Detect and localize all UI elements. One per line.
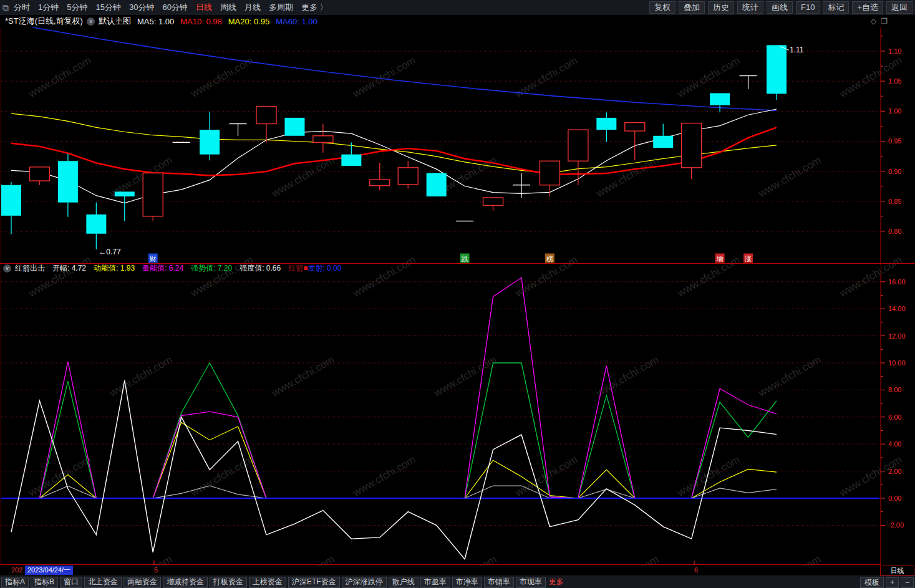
main-candlestick-chart[interactable]: 1.101.051.000.950.900.850.801.11←0.77财跌榜… (0, 27, 915, 264)
bottom-tab-11[interactable]: 散户线 (389, 577, 419, 588)
candle-20[interactable] (540, 161, 559, 196)
bottom-tab-1[interactable]: 指标A (1, 577, 29, 588)
toolbar-item-11[interactable]: 更多 〉 (301, 2, 328, 13)
zoom-in-button[interactable]: + (886, 577, 899, 588)
power-line (11, 363, 777, 498)
bottom-tab-13[interactable]: 市净率 (452, 577, 482, 588)
candle-16[interactable] (427, 173, 447, 196)
toolbar-button-1[interactable]: 复权 (649, 1, 675, 14)
chevron-down-icon[interactable]: ∨ (3, 264, 11, 272)
ma-value-4: MA60: 1.00 (276, 17, 317, 26)
diamond-icon[interactable]: ◇ (871, 17, 876, 26)
candle-10[interactable] (256, 107, 276, 143)
indicator-field-part: 强度值: 0.66 (240, 264, 281, 272)
candle-12[interactable] (313, 124, 333, 153)
toolbar-button-8[interactable]: +自选 (852, 1, 883, 14)
ma-value-1: MA5: 1.00 (137, 17, 174, 26)
bottom-tab-14[interactable]: 市销率 (484, 577, 514, 588)
value-tick-label: 16.00 (888, 278, 906, 286)
candle-15[interactable] (398, 161, 418, 188)
strength-degree-line (11, 486, 777, 498)
candle-11[interactable] (284, 118, 304, 136)
toolbar-button-9[interactable]: 返回 (886, 1, 913, 14)
momentum-line (11, 422, 777, 498)
candle-21[interactable] (568, 130, 588, 185)
candle-4[interactable] (86, 203, 106, 249)
candle-13[interactable] (341, 142, 361, 166)
event-marker-badge: 涨 (745, 255, 752, 263)
candle-3[interactable] (58, 154, 78, 217)
candle-27[interactable] (740, 75, 757, 89)
toolbar-item-3[interactable]: 5分钟 (67, 2, 87, 13)
bottom-tab-10[interactable]: 沪深涨跌停 (342, 577, 387, 588)
toolbar-item-5[interactable]: 30分钟 (129, 2, 154, 13)
ma5-line (11, 109, 777, 203)
indicator-field-part: 发射: 0.00 (307, 264, 341, 272)
sub-indicator-chart[interactable]: 16.0014.0012.0010.008.006.004.002.000.00… (0, 274, 915, 566)
toolbar-item-10[interactable]: 多周期 (269, 2, 293, 13)
bottom-tab-5[interactable]: 两融资金 (123, 577, 161, 588)
toolbar-item-8[interactable]: 周线 (220, 2, 236, 13)
maximize-icon[interactable]: ❐ (881, 17, 888, 26)
toolbar-item-7[interactable]: 日线 (196, 2, 212, 13)
candle-19[interactable] (513, 173, 530, 197)
frame-line-segment (1, 263, 1, 274)
candle-25[interactable] (682, 123, 702, 180)
toolbar-item-4[interactable]: 15分钟 (95, 2, 120, 13)
candle-5[interactable] (115, 191, 135, 221)
zoom-out-button[interactable]: − (901, 577, 914, 588)
window-icon[interactable]: ⧉ (2, 2, 9, 13)
candle-14[interactable] (370, 163, 390, 190)
main-chart-label[interactable]: 默认主图 (99, 16, 131, 27)
indicator-header-row: ∨ 红箭出击开幅: 4.72动能值: 1.93量能值: 6.24强势值: 7.2… (0, 263, 915, 274)
candle-6[interactable] (143, 173, 163, 221)
toolbar-item-1[interactable]: 分时 (14, 2, 30, 13)
ma-values: MA5: 1.00MA10: 0.98MA20: 0.95MA60: 1.00 (137, 17, 324, 26)
bottom-tab-15[interactable]: 市现率 (516, 577, 546, 588)
indicator-field-1: 红箭出击 (15, 264, 45, 272)
open-amplitude-line (11, 380, 777, 559)
toolbar-button-7[interactable]: 标记 (823, 1, 849, 14)
candle-18[interactable] (483, 198, 503, 211)
bottom-tab-8[interactable]: 上榜资金 (249, 577, 286, 588)
main-gridlines (1, 51, 879, 231)
toolbar-item-2[interactable]: 1分钟 (38, 2, 59, 13)
toolbar-button-5[interactable]: 画线 (767, 1, 793, 14)
price-tick-label: 0.95 (888, 137, 901, 145)
bottom-tab-12[interactable]: 市盈率 (420, 577, 450, 588)
indicator-field-part: 红箭出击 (15, 264, 45, 272)
bottom-tab-3[interactable]: 窗口 (60, 577, 82, 588)
toolbar-item-6[interactable]: 60分钟 (162, 2, 187, 13)
candle-22[interactable] (596, 112, 616, 142)
toolbar-button-6[interactable]: F10 (796, 1, 820, 14)
bottom-tab-9[interactable]: 沪深ETF资金 (288, 577, 340, 588)
candle-1[interactable] (1, 182, 21, 234)
candle-2[interactable] (29, 167, 49, 185)
main-axis-labels: 1.101.051.000.950.900.850.80 (881, 36, 901, 235)
bottom-tab-2[interactable]: 指标B (31, 577, 58, 588)
indicator-field-6: 强度值: 0.66 (240, 264, 281, 272)
bottom-tab-4[interactable]: 北上资金 (84, 577, 122, 588)
candle-24[interactable] (653, 124, 673, 148)
toolbar-item-9[interactable]: 月线 (244, 2, 261, 13)
toolbar-button-3[interactable]: 历史 (708, 1, 734, 14)
tab-more[interactable]: 更多 (546, 577, 567, 587)
indicator-field-part: 量能值: 6.24 (142, 264, 183, 272)
price-tick-label: 1.10 (888, 47, 901, 55)
candle-8[interactable] (200, 112, 220, 160)
date-axis-row[interactable]: 202 2023/04/24/一 56 日线 (0, 566, 915, 576)
toolbar-button-2[interactable]: 叠加 (679, 1, 705, 14)
candle-26[interactable] (710, 93, 730, 112)
bottom-tab-6[interactable]: 增减持资金 (163, 577, 208, 588)
chevron-down-icon[interactable]: ∨ (87, 17, 95, 26)
toolbar-button-4[interactable]: 统计 (737, 1, 763, 14)
candle-9[interactable] (230, 124, 247, 136)
template-button[interactable]: 模板 (860, 577, 884, 588)
price-tick-label: 0.85 (888, 198, 901, 205)
month-mark: 5 (154, 566, 158, 574)
candles-group (1, 45, 787, 249)
chart-title-row: *ST泛海(日线,前复权) ∨ 默认主图 MA5: 1.00MA10: 0.98… (0, 15, 915, 27)
bottom-tab-7[interactable]: 打板资金 (210, 577, 247, 588)
tabs-container: 指标A指标B窗口北上资金两融资金增减持资金打板资金上榜资金沪深ETF资金沪深涨跌… (1, 577, 546, 588)
candle-28[interactable] (767, 45, 787, 100)
